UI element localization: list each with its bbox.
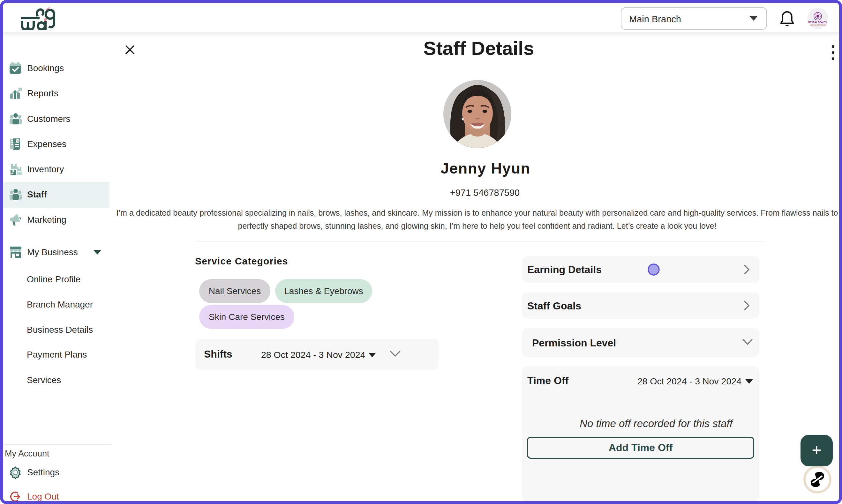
svg-text:Look Good, Feel Good: Look Good, Feel Good <box>810 24 826 26</box>
svg-text:$: $ <box>17 139 18 143</box>
svg-text:REVEAL BEAUTY: REVEAL BEAUTY <box>808 21 827 23</box>
